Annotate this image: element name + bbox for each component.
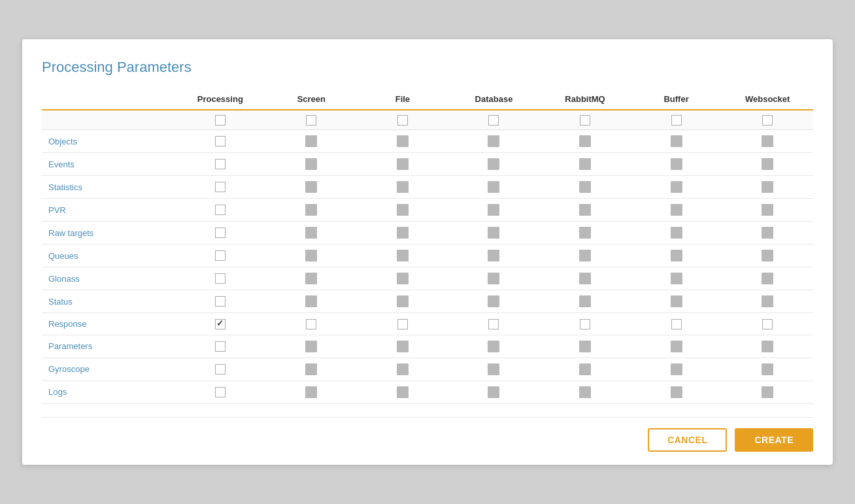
cell-file[interactable] [357, 176, 448, 199]
cell-processing[interactable] [175, 358, 266, 380]
cell-processing[interactable] [175, 199, 266, 222]
select-all-processing[interactable] [175, 110, 266, 129]
cell-screen[interactable] [266, 222, 358, 244]
cell-database[interactable] [448, 358, 540, 380]
cell-database[interactable] [448, 130, 540, 153]
cell-screen[interactable] [266, 313, 358, 335]
cell-file[interactable] [357, 244, 448, 267]
cell-websocket[interactable] [722, 153, 813, 176]
checkbox-processing[interactable] [215, 273, 226, 284]
checkbox-all-buffer[interactable] [671, 115, 682, 126]
checkbox-screen[interactable] [306, 319, 316, 329]
cell-websocket[interactable] [722, 222, 813, 244]
checkbox-database[interactable] [488, 319, 499, 329]
checkbox-processing[interactable] [215, 341, 226, 352]
checkbox-processing[interactable] [215, 159, 226, 169]
cell-file[interactable] [357, 267, 448, 290]
cell-websocket[interactable] [722, 176, 813, 199]
cell-buffer[interactable] [631, 199, 722, 222]
cell-rabbitMQ[interactable] [539, 176, 631, 199]
select-all-rabbitmq[interactable] [539, 110, 631, 129]
cell-screen[interactable] [266, 358, 358, 380]
cell-rabbitMQ[interactable] [539, 222, 631, 244]
cell-buffer[interactable] [631, 153, 722, 176]
cell-database[interactable] [448, 153, 540, 176]
checkbox-rabbitMQ[interactable] [580, 319, 590, 329]
checkbox-processing[interactable] [215, 250, 226, 261]
cell-file[interactable] [357, 358, 448, 380]
cell-websocket[interactable] [722, 244, 813, 267]
cell-file[interactable] [357, 153, 448, 176]
cell-database[interactable] [448, 199, 540, 222]
checkbox-processing[interactable] [215, 136, 226, 146]
cell-screen[interactable] [266, 176, 358, 199]
checkbox-processing[interactable] [215, 387, 226, 397]
checkbox-websocket[interactable] [762, 319, 773, 329]
select-all-websocket[interactable] [722, 110, 813, 129]
cell-screen[interactable] [266, 335, 358, 358]
cell-websocket[interactable] [722, 130, 813, 153]
cell-rabbitMQ[interactable] [539, 335, 631, 358]
checkbox-all-rabbitmq[interactable] [580, 115, 590, 126]
cell-rabbitMQ[interactable] [539, 153, 631, 176]
cell-rabbitMQ[interactable] [539, 290, 631, 313]
cell-processing[interactable] [175, 130, 266, 153]
cell-websocket[interactable] [722, 380, 813, 403]
cell-processing[interactable] [175, 176, 266, 199]
cell-buffer[interactable] [631, 130, 722, 153]
select-all-database[interactable] [448, 110, 540, 129]
checkbox-all-processing[interactable] [215, 115, 226, 126]
cell-database[interactable] [448, 267, 540, 290]
cell-database[interactable] [448, 290, 540, 313]
cell-file[interactable] [357, 199, 448, 222]
cell-websocket[interactable] [722, 199, 813, 222]
cell-buffer[interactable] [631, 267, 722, 290]
cell-database[interactable] [448, 335, 540, 358]
create-button[interactable]: CREATE [735, 428, 813, 452]
cell-rabbitMQ[interactable] [539, 267, 631, 290]
cell-buffer[interactable] [631, 176, 722, 199]
checkbox-all-screen[interactable] [306, 115, 316, 126]
checkbox-file[interactable] [397, 319, 408, 329]
select-all-buffer[interactable] [631, 110, 722, 129]
cell-database[interactable] [448, 222, 540, 244]
cell-processing[interactable] [175, 244, 266, 267]
cell-buffer[interactable] [631, 313, 722, 335]
checkbox-processing[interactable] [215, 319, 226, 329]
cell-file[interactable] [357, 335, 448, 358]
checkbox-processing[interactable] [215, 182, 226, 192]
cell-buffer[interactable] [631, 380, 722, 403]
cell-file[interactable] [357, 313, 448, 335]
cell-database[interactable] [448, 313, 540, 335]
cell-rabbitMQ[interactable] [539, 358, 631, 380]
cell-screen[interactable] [266, 290, 358, 313]
cancel-button[interactable]: CANCEL [648, 428, 727, 452]
cell-rabbitMQ[interactable] [539, 130, 631, 153]
cell-processing[interactable] [175, 335, 266, 358]
cell-file[interactable] [357, 290, 448, 313]
cell-processing[interactable] [175, 222, 266, 244]
cell-screen[interactable] [266, 199, 358, 222]
cell-database[interactable] [448, 380, 540, 403]
checkbox-processing[interactable] [215, 227, 226, 238]
checkbox-processing[interactable] [215, 364, 226, 375]
cell-database[interactable] [448, 244, 540, 267]
cell-screen[interactable] [266, 130, 358, 153]
cell-rabbitMQ[interactable] [539, 199, 631, 222]
cell-websocket[interactable] [722, 313, 813, 335]
checkbox-processing[interactable] [215, 205, 226, 215]
cell-websocket[interactable] [722, 358, 813, 380]
cell-screen[interactable] [266, 153, 358, 176]
cell-processing[interactable] [175, 267, 266, 290]
cell-websocket[interactable] [722, 335, 813, 358]
cell-buffer[interactable] [631, 290, 722, 313]
select-all-screen[interactable] [266, 110, 358, 129]
checkbox-all-file[interactable] [397, 115, 408, 126]
cell-processing[interactable] [175, 290, 266, 313]
cell-websocket[interactable] [722, 267, 813, 290]
cell-buffer[interactable] [631, 222, 722, 244]
checkbox-processing[interactable] [215, 296, 226, 307]
select-all-file[interactable] [357, 110, 448, 129]
cell-file[interactable] [357, 222, 448, 244]
cell-buffer[interactable] [631, 244, 722, 267]
